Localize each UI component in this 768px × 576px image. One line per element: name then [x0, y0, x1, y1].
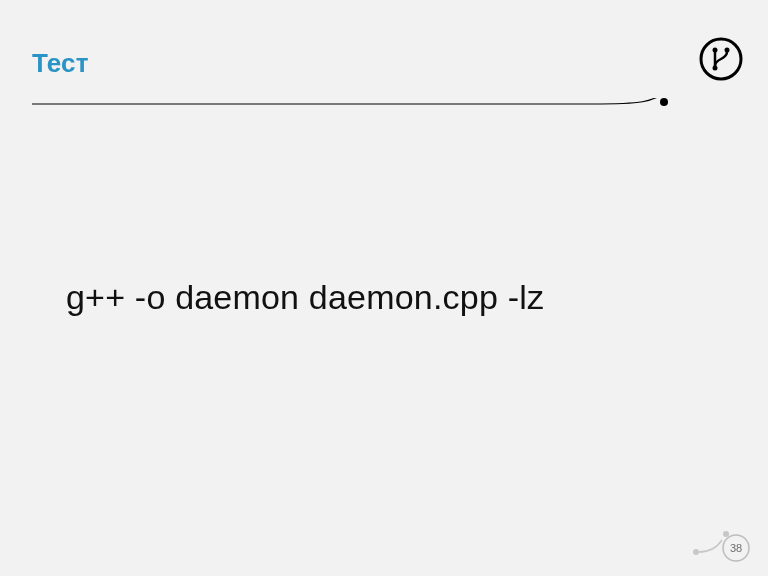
- page-number: 38: [722, 534, 750, 562]
- git-branch-icon: [698, 36, 744, 82]
- svg-point-5: [693, 549, 699, 555]
- slide: Тест g++ -o daemon daemon.cpp -lz: [0, 0, 768, 576]
- svg-point-3: [713, 66, 718, 71]
- svg-point-2: [725, 48, 730, 53]
- svg-point-4: [660, 98, 668, 106]
- svg-point-1: [713, 48, 718, 53]
- page-number-badge: 38: [690, 522, 750, 562]
- command-text: g++ -o daemon daemon.cpp -lz: [66, 278, 544, 317]
- divider-line: [32, 98, 712, 138]
- slide-title: Тест: [32, 48, 89, 79]
